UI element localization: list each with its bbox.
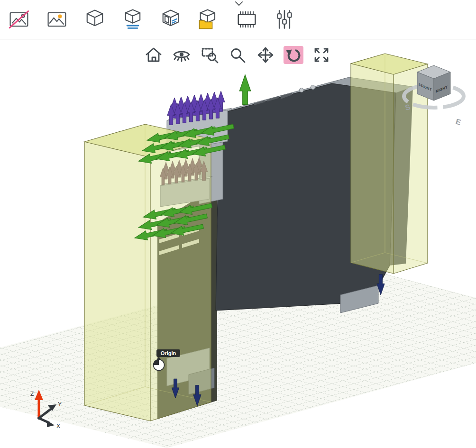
chip-icon	[234, 7, 259, 32]
image-hidden-icon	[7, 7, 31, 32]
wireframe-view-button[interactable]	[82, 6, 108, 33]
magnifier-icon	[227, 45, 248, 65]
box-cutaway-icon	[158, 7, 183, 32]
show-image-button[interactable]	[44, 6, 70, 33]
component-chip-button[interactable]	[233, 6, 260, 33]
expand-icon	[311, 45, 332, 65]
rotate-icon	[283, 45, 304, 65]
box-levels-icon	[120, 7, 145, 32]
zoom-window-button[interactable]	[199, 45, 221, 65]
visibility-button[interactable]	[171, 45, 193, 65]
view-nav-toolbar	[143, 45, 333, 65]
cutaway-view-button[interactable]	[157, 6, 184, 33]
axis-y-label: Y	[58, 401, 62, 408]
wireframe-box-icon	[82, 7, 107, 32]
toolbar-collapse-button[interactable]	[234, 0, 244, 6]
box-folder-icon	[196, 7, 221, 32]
zoom-window-icon	[199, 45, 220, 65]
flow-arrow-green-top	[239, 75, 250, 104]
display-filters-button[interactable]	[271, 6, 298, 33]
toggle-background-image-button[interactable]	[6, 6, 32, 33]
axis-x-label: X	[56, 423, 60, 430]
home-view-button[interactable]	[143, 45, 165, 65]
model-library-button[interactable]	[195, 6, 222, 33]
solid-view-levels-button[interactable]	[119, 6, 146, 33]
eye-icon	[171, 45, 192, 65]
rotate-button[interactable]	[283, 45, 305, 65]
pan-arrows-icon	[255, 45, 276, 65]
fit-all-button[interactable]	[311, 45, 333, 65]
chevron-down-icon	[235, 1, 243, 6]
enclosure-left[interactable]	[84, 124, 211, 421]
viewport-3d[interactable]: Origin Z Y X FRONT RIGHT S E	[0, 0, 476, 448]
compass-east-label: E	[455, 118, 462, 127]
axis-z-label: Z	[30, 391, 34, 397]
filter-sliders-icon	[272, 7, 297, 32]
pan-button[interactable]	[255, 45, 277, 65]
origin-label: Origin	[161, 350, 176, 356]
cad-3d-app: { "toolbar": { "collapse_icon": "chevron…	[0, 0, 476, 448]
image-icon	[45, 7, 69, 32]
zoom-button[interactable]	[227, 45, 249, 65]
home-icon	[143, 45, 164, 65]
